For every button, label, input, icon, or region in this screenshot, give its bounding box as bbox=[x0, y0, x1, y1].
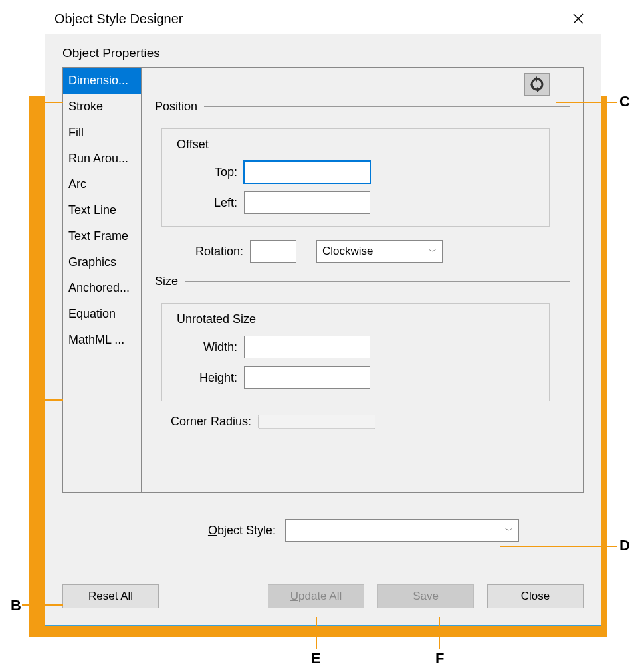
rotation-input[interactable] bbox=[250, 240, 296, 263]
divider bbox=[204, 106, 570, 107]
left-label: Left: bbox=[174, 196, 244, 210]
refresh-button[interactable] bbox=[524, 73, 550, 96]
callout-line bbox=[316, 617, 317, 649]
callout-line bbox=[37, 399, 63, 401]
callout-e: E bbox=[311, 650, 321, 667]
dialog-title: Object Style Designer bbox=[54, 11, 183, 27]
position-group-text: Position bbox=[155, 100, 197, 114]
sidebar-item-arc[interactable]: Arc bbox=[63, 171, 141, 197]
callout-line bbox=[439, 617, 440, 649]
offset-legend: Offset bbox=[174, 138, 211, 152]
rotation-direction-value: Clockwise bbox=[322, 245, 373, 258]
left-input[interactable] bbox=[244, 191, 370, 214]
update-all-button: Update All bbox=[268, 584, 364, 608]
sidebar-item-runaround[interactable]: Run Arou... bbox=[63, 146, 141, 171]
sidebar-item-fill[interactable]: Fill bbox=[63, 120, 141, 146]
sidebar-item-equation[interactable]: Equation bbox=[63, 301, 141, 327]
position-group-label: Position bbox=[155, 100, 570, 114]
callout-line bbox=[22, 604, 63, 606]
button-row: Reset All Update All Save Close bbox=[62, 544, 584, 608]
save-button: Save bbox=[377, 584, 474, 608]
close-icon[interactable] bbox=[565, 5, 591, 32]
callout-line bbox=[37, 102, 63, 103]
sidebar-item-textline[interactable]: Text Line bbox=[63, 197, 141, 223]
callout-line bbox=[500, 546, 617, 547]
unrotated-fieldset: Unrotated Size Width: Height: bbox=[161, 303, 550, 401]
rotation-label: Rotation: bbox=[161, 245, 250, 259]
reset-all-button[interactable]: Reset All bbox=[62, 584, 159, 608]
corner-radius-label: Corner Radius: bbox=[161, 415, 258, 429]
object-style-select[interactable]: ﹀ bbox=[285, 519, 519, 542]
top-label: Top: bbox=[174, 166, 244, 179]
callout-c: C bbox=[619, 93, 630, 110]
sidebar-item-textframe[interactable]: Text Frame bbox=[63, 223, 141, 249]
callout-line bbox=[556, 102, 617, 103]
object-style-label: Object Style: bbox=[62, 524, 285, 538]
sidebar-item-mathml[interactable]: MathML ... bbox=[63, 327, 141, 353]
width-label: Width: bbox=[174, 340, 244, 354]
sidebar-item-graphics[interactable]: Graphics bbox=[63, 249, 141, 275]
object-style-row: Object Style: ﹀ bbox=[62, 519, 584, 542]
category-sidebar: Dimensio... Stroke Fill Run Arou... Arc … bbox=[63, 68, 142, 492]
size-group-text: Size bbox=[155, 275, 178, 288]
callout-f: F bbox=[435, 650, 444, 667]
unrotated-legend: Unrotated Size bbox=[174, 312, 259, 326]
top-input[interactable] bbox=[244, 161, 370, 183]
titlebar: Object Style Designer bbox=[45, 3, 601, 34]
properties-panel: Dimensio... Stroke Fill Run Arou... Arc … bbox=[62, 67, 584, 493]
sidebar-item-anchored[interactable]: Anchored... bbox=[63, 275, 141, 301]
divider bbox=[185, 281, 570, 282]
chevron-down-icon: ﹀ bbox=[505, 525, 513, 536]
properties-main: Position Offset Top: Left: bbox=[142, 68, 583, 492]
callout-b: B bbox=[11, 597, 21, 614]
chevron-down-icon: ﹀ bbox=[429, 246, 437, 257]
section-label: Object Properties bbox=[62, 46, 584, 60]
object-style-designer-dialog: Object Style Designer Object Properties … bbox=[45, 3, 601, 626]
corner-radius-input bbox=[258, 415, 375, 429]
height-label: Height: bbox=[174, 371, 244, 385]
refresh-icon bbox=[529, 76, 545, 92]
sidebar-item-stroke[interactable]: Stroke bbox=[63, 94, 141, 120]
offset-fieldset: Offset Top: Left: bbox=[161, 128, 550, 227]
dialog-content: Object Properties Dimensio... Stroke Fil… bbox=[45, 34, 601, 625]
size-group-label: Size bbox=[155, 275, 570, 288]
sidebar-item-dimension[interactable]: Dimensio... bbox=[63, 68, 141, 94]
callout-d: D bbox=[619, 537, 630, 554]
rotation-direction-select[interactable]: Clockwise ﹀ bbox=[316, 240, 443, 263]
width-input[interactable] bbox=[244, 336, 370, 358]
close-button[interactable]: Close bbox=[487, 584, 584, 608]
height-input[interactable] bbox=[244, 366, 370, 389]
